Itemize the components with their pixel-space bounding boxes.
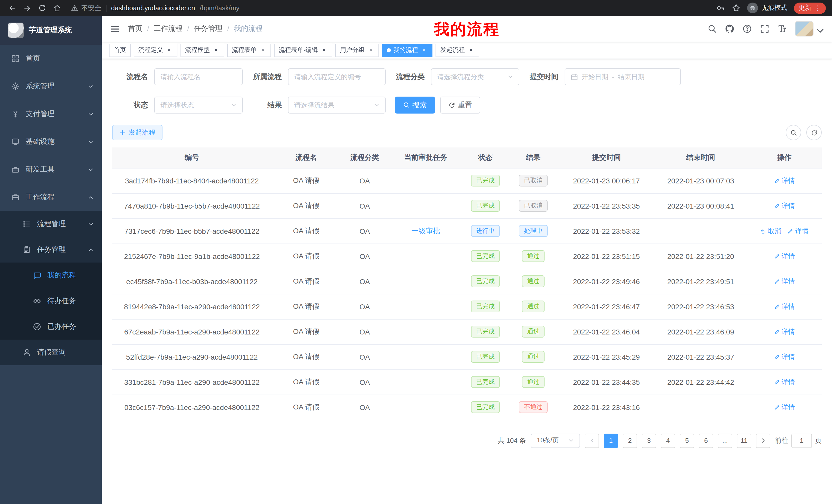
sidebar-item-流程管理[interactable]: 流程管理 (0, 211, 102, 237)
cell-submit-time: 2022-01-22 23:43:16 (558, 395, 654, 420)
detail-action-link[interactable]: 详情 (787, 226, 809, 235)
prev-page-button[interactable] (585, 433, 599, 448)
reset-button-label: 重置 (458, 101, 472, 110)
sidebar-item-研发工具[interactable]: 研发工具 (0, 156, 102, 184)
close-icon[interactable]: × (320, 47, 328, 54)
sidebar-item-工作流程[interactable]: 工作流程 (0, 184, 102, 211)
sidebar-item-支付管理[interactable]: 支付管理 (0, 100, 102, 128)
breadcrumb-item[interactable]: 工作流程 (154, 24, 183, 33)
action-label: 详情 (795, 226, 809, 235)
tab-首页[interactable]: 首页 (109, 44, 131, 57)
detail-action-link[interactable]: 详情 (774, 176, 795, 185)
breadcrumb-item[interactable]: 任务管理 (194, 24, 223, 33)
detail-action-link[interactable]: 详情 (774, 352, 795, 361)
page-button-2[interactable]: 2 (623, 433, 637, 448)
page-button-4[interactable]: 4 (661, 433, 675, 448)
breadcrumb-item[interactable]: 首页 (128, 24, 142, 33)
tab-流程表单-编辑[interactable]: 流程表单-编辑× (274, 44, 332, 57)
security-status[interactable]: 不安全 (71, 3, 101, 12)
sidebar-item-任务管理[interactable]: 任务管理 (0, 237, 102, 262)
close-icon[interactable]: × (165, 47, 173, 54)
result-select[interactable]: 请选择流结果 (288, 96, 386, 114)
cell-process-name: OA 请假 (272, 369, 341, 395)
detail-action-link[interactable]: 详情 (774, 377, 795, 387)
user-menu[interactable] (795, 21, 825, 36)
page-size-value: 10条/页 (537, 436, 559, 445)
github-icon[interactable] (725, 24, 734, 33)
category-select[interactable]: 请选择流程分类 (431, 68, 519, 85)
date-range-picker[interactable]: 开始日期 - 结束日期 (565, 68, 681, 85)
search-button[interactable]: 搜索 (395, 96, 435, 114)
page-button-6[interactable]: 6 (699, 433, 713, 448)
detail-action-link[interactable]: 详情 (774, 402, 795, 412)
detail-action-link[interactable]: 详情 (774, 327, 795, 336)
back-icon[interactable] (5, 1, 19, 15)
detail-action-link[interactable]: 详情 (774, 201, 795, 211)
tab-发起流程[interactable]: 发起流程× (436, 44, 479, 57)
close-icon[interactable]: × (367, 47, 374, 54)
home-icon[interactable] (50, 1, 64, 15)
parent-process-input[interactable] (288, 68, 386, 85)
sidebar-item-系统管理[interactable]: 系统管理 (0, 73, 102, 100)
filter-process-name: 流程名 (112, 68, 243, 85)
address-bar[interactable]: 不安全 dashboard.yudao.iocoder.cn/bpm/task/… (71, 3, 715, 12)
tab-我的流程[interactable]: 我的流程× (382, 44, 433, 57)
fullscreen-icon[interactable] (760, 24, 769, 33)
eye-icon (33, 297, 41, 305)
current-task-link[interactable]: 一级审批 (411, 226, 440, 234)
tab-流程表单[interactable]: 流程表单× (227, 44, 271, 57)
action-label: 详情 (782, 352, 795, 361)
create-process-button[interactable]: 发起流程 (112, 125, 162, 140)
close-icon[interactable]: × (212, 47, 219, 54)
cancel-action-link[interactable]: 取消 (760, 226, 781, 235)
tab-流程定义[interactable]: 流程定义× (134, 44, 177, 57)
bookmark-star-icon[interactable] (732, 4, 740, 12)
update-button[interactable]: 更新 ⋮ (794, 2, 826, 13)
refresh-table-button[interactable] (806, 125, 822, 140)
detail-action-link[interactable]: 详情 (774, 302, 795, 311)
toggle-search-button[interactable] (786, 125, 801, 140)
close-icon[interactable]: × (467, 47, 475, 54)
goto-page-input[interactable] (791, 433, 812, 448)
process-name-input[interactable] (154, 68, 243, 85)
sidebar-item-首页[interactable]: 首页 (0, 45, 102, 73)
process-name-field[interactable] (160, 73, 237, 81)
sidebar-toggle-button[interactable] (102, 16, 128, 41)
status-select[interactable]: 请选择状态 (154, 96, 243, 114)
forward-icon[interactable] (20, 1, 34, 15)
breadcrumb-separator: / (187, 25, 189, 33)
page-ellipsis[interactable]: ... (718, 433, 732, 448)
detail-action-link[interactable]: 详情 (774, 277, 795, 286)
key-icon[interactable] (716, 4, 725, 12)
cell-category: OA (341, 344, 389, 369)
page-button-11[interactable]: 11 (737, 433, 751, 448)
tab-流程模型[interactable]: 流程模型× (181, 44, 224, 57)
sidebar-item-待办任务[interactable]: 待办任务 (0, 288, 102, 314)
font-size-icon[interactable] (778, 24, 787, 33)
sidebar-item-我的流程[interactable]: 我的流程 (0, 262, 102, 288)
page-button-5[interactable]: 5 (680, 433, 694, 448)
next-page-button[interactable] (756, 433, 770, 448)
app-logo-row[interactable]: 芋道管理系统 (0, 16, 102, 45)
page-button-3[interactable]: 3 (642, 433, 656, 448)
tab-用户分组[interactable]: 用户分组× (335, 44, 379, 57)
close-icon[interactable]: × (259, 47, 266, 54)
reset-button[interactable]: 重置 (440, 96, 480, 114)
sidebar-item-基础设施[interactable]: 基础设施 (0, 128, 102, 156)
breadcrumb-separator: / (147, 25, 149, 33)
sidebar-item-已办任务[interactable]: 已办任务 (0, 314, 102, 340)
search-icon[interactable] (707, 24, 717, 33)
table-toolbar: 发起流程 (112, 125, 822, 140)
reload-icon[interactable] (35, 1, 49, 15)
security-label: 不安全 (81, 3, 101, 12)
sidebar-item-请假查询[interactable]: 请假查询 (0, 340, 102, 365)
parent-process-field[interactable] (294, 73, 380, 81)
browser-menu-icon[interactable]: ⋮ (814, 5, 821, 11)
page-size-select[interactable]: 10条/页 (531, 433, 580, 448)
page-button-1[interactable]: 1 (604, 433, 618, 448)
cell-status: 进行中 (463, 218, 508, 244)
cell-result: 通过 (508, 319, 558, 344)
help-icon[interactable] (743, 24, 752, 33)
close-icon[interactable]: × (421, 47, 428, 54)
detail-action-link[interactable]: 详情 (774, 251, 795, 261)
